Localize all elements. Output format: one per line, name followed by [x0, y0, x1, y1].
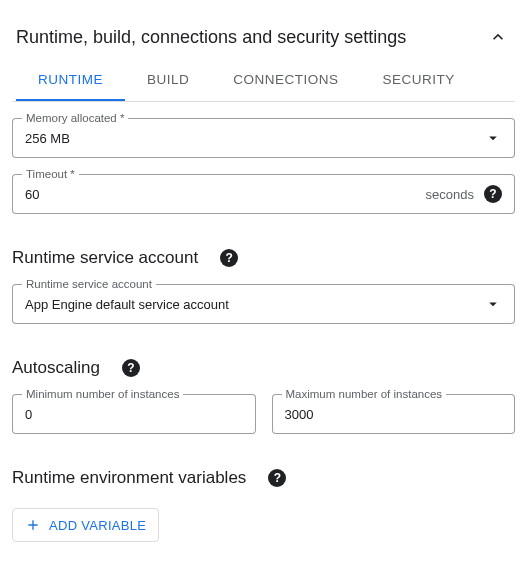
- min-instances-input[interactable]: [25, 407, 243, 422]
- chevron-up-icon: [487, 26, 509, 48]
- timeout-field: Timeout * seconds: [12, 174, 515, 214]
- timeout-label: Timeout *: [22, 168, 79, 180]
- service-account-value: App Engine default service account: [25, 297, 478, 312]
- add-variable-button[interactable]: ADD VARIABLE: [12, 508, 159, 542]
- service-account-select[interactable]: Runtime service account App Engine defau…: [12, 284, 515, 324]
- section-header[interactable]: Runtime, build, connections and security…: [12, 8, 515, 58]
- memory-value: 256 MB: [25, 131, 478, 146]
- max-instances-field: Maximum number of instances: [272, 394, 516, 434]
- max-instances-label: Maximum number of instances: [282, 388, 447, 400]
- help-icon[interactable]: [484, 185, 502, 203]
- tab-connections[interactable]: CONNECTIONS: [211, 58, 360, 101]
- min-instances-label: Minimum number of instances: [22, 388, 183, 400]
- timeout-input[interactable]: [25, 187, 418, 202]
- min-instances-field: Minimum number of instances: [12, 394, 256, 434]
- max-instances-input[interactable]: [285, 407, 503, 422]
- plus-icon: [25, 517, 41, 533]
- chevron-down-icon: [484, 295, 502, 313]
- help-icon[interactable]: [122, 359, 140, 377]
- tab-runtime[interactable]: RUNTIME: [16, 58, 125, 101]
- help-icon[interactable]: [268, 469, 286, 487]
- section-title: Runtime, build, connections and security…: [16, 27, 406, 48]
- tab-bar: RUNTIME BUILD CONNECTIONS SECURITY: [12, 58, 515, 102]
- service-account-label: Runtime service account: [22, 278, 156, 290]
- timeout-unit: seconds: [426, 187, 474, 202]
- tab-build[interactable]: BUILD: [125, 58, 211, 101]
- autoscaling-heading: Autoscaling: [12, 358, 100, 378]
- help-icon[interactable]: [220, 249, 238, 267]
- service-account-heading: Runtime service account: [12, 248, 198, 268]
- chevron-down-icon: [484, 129, 502, 147]
- memory-label: Memory allocated *: [22, 112, 128, 124]
- tab-security[interactable]: SECURITY: [361, 58, 477, 101]
- add-variable-label: ADD VARIABLE: [49, 518, 146, 533]
- env-heading: Runtime environment variables: [12, 468, 246, 488]
- memory-select[interactable]: Memory allocated * 256 MB: [12, 118, 515, 158]
